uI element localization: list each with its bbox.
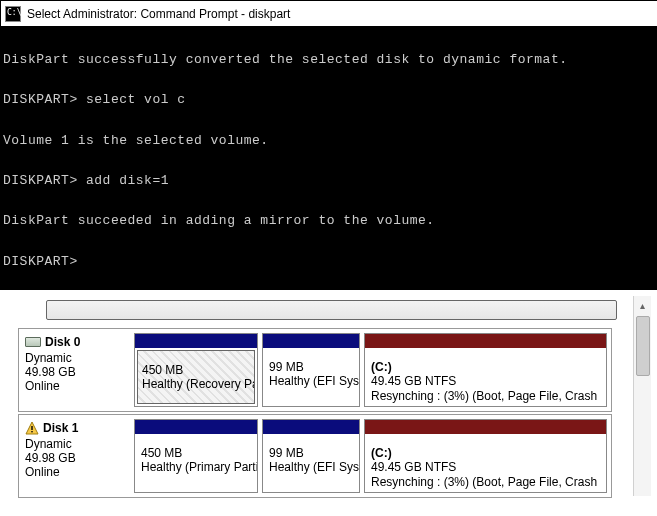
cmd-icon [5,6,21,22]
volume-label: (C:) [371,446,602,460]
volume-size: 450 MB [142,363,250,377]
volume-header-bar [135,334,257,348]
hdd-icon [25,337,41,347]
warning-icon [25,421,39,435]
volume-header-bar [365,420,606,434]
volume-status: Healthy (Recovery Par [142,377,250,391]
window-title: Select Administrator: Command Prompt - d… [27,7,290,21]
volume-block[interactable]: 99 MBHealthy (EFI Sys [262,333,360,407]
volume-body: (C:)49.45 GB NTFSResynching : (3%) (Boot… [365,434,606,492]
volume-block[interactable]: (C:)49.45 GB NTFSResynching : (3%) (Boot… [364,333,607,407]
disk-management-panel: Disk 0Dynamic49.98 GBOnline450 MBHealthy… [0,290,657,498]
volume-header-bar [365,334,606,348]
disk-type: Dynamic [25,437,128,451]
volume-body: 99 MBHealthy (EFI Sys [263,348,359,406]
volume-block[interactable]: 99 MBHealthy (EFI Sys [262,419,360,493]
volume-status: Healthy (EFI Sys [269,460,355,474]
disk-size: 49.98 GB [25,365,128,379]
horizontal-scrollbar-fragment[interactable] [46,300,617,320]
scroll-up-arrow-icon[interactable]: ▴ [634,296,651,314]
disk-name: Disk 0 [45,335,80,349]
volume-block[interactable]: 450 MBHealthy (Primary Parti [134,419,258,493]
disk-name: Disk 1 [43,421,78,435]
disk-size: 49.98 GB [25,451,128,465]
disk-status: Online [25,379,128,393]
svg-rect-2 [31,431,32,432]
volume-size: 49.45 GB NTFS [371,374,602,388]
disk-status: Online [25,465,128,479]
volume-body: (C:)49.45 GB NTFSResynching : (3%) (Boot… [365,348,606,406]
volume-row: 450 MBHealthy (Primary Parti99 MBHealthy… [134,415,611,497]
disk-type: Dynamic [25,351,128,365]
disk-header-block: Disk 0Dynamic49.98 GBOnline [19,329,134,411]
volume-row: 450 MBHealthy (Recovery Par99 MBHealthy … [134,329,611,411]
volume-status: Healthy (Primary Parti [141,460,253,474]
volume-size: 99 MB [269,446,355,460]
disk-header-block: Disk 1Dynamic49.98 GBOnline [19,415,134,497]
volume-status: Resynching : (3%) (Boot, Page File, Cras… [371,475,602,489]
svg-rect-1 [31,426,32,430]
volume-body: 99 MBHealthy (EFI Sys [263,434,359,492]
volume-header-bar [263,334,359,348]
volume-header-bar [135,420,257,434]
vertical-scrollbar[interactable]: ▴ [633,296,651,496]
volume-size: 49.45 GB NTFS [371,460,602,474]
volume-status: Resynching : (3%) (Boot, Page File, Cras… [371,389,602,403]
volume-body: 450 MBHealthy (Primary Parti [135,434,257,492]
console-output[interactable]: DiskPart successfully converted the sele… [0,26,657,290]
volume-label: (C:) [371,360,602,374]
window-titlebar: Select Administrator: Command Prompt - d… [0,0,657,26]
volume-status: Healthy (EFI Sys [269,374,355,388]
volume-header-bar [263,420,359,434]
disk-panel: Disk 1Dynamic49.98 GBOnline450 MBHealthy… [18,414,612,498]
volume-block[interactable]: 450 MBHealthy (Recovery Par [134,333,258,407]
disk-panel: Disk 0Dynamic49.98 GBOnline450 MBHealthy… [18,328,612,412]
volume-body: 450 MBHealthy (Recovery Par [137,350,255,404]
volume-size: 450 MB [141,446,253,460]
scroll-thumb[interactable] [636,316,650,376]
volume-block[interactable]: (C:)49.45 GB NTFSResynching : (3%) (Boot… [364,419,607,493]
volume-size: 99 MB [269,360,355,374]
